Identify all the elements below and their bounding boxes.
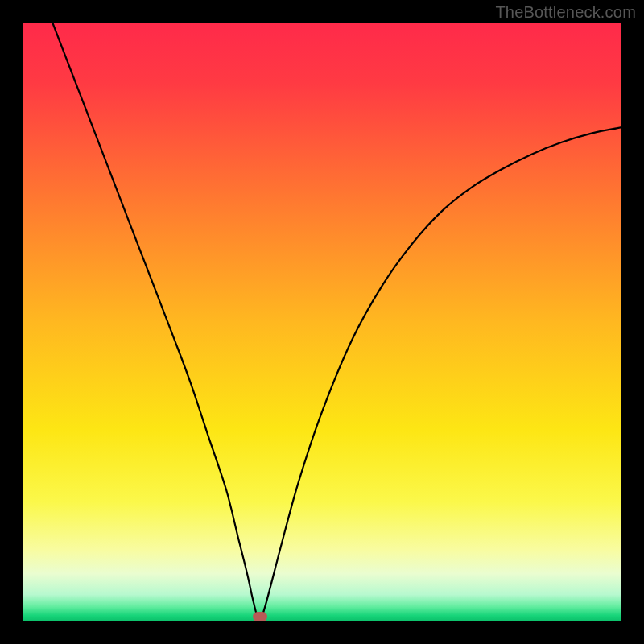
watermark-text: TheBottleneck.com xyxy=(495,3,636,22)
plot-area xyxy=(23,23,621,621)
optimal-marker xyxy=(253,612,267,621)
bottleneck-curve xyxy=(23,23,621,621)
chart-frame: TheBottleneck.com xyxy=(0,0,644,644)
